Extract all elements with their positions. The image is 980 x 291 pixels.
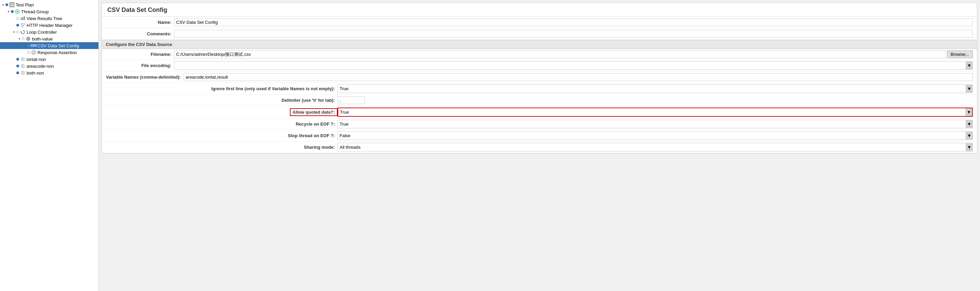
icon-csv-data-set-config: CSV: [31, 43, 37, 48]
svg-point-13: [32, 51, 36, 54]
sharing-mode-label: Sharing mode:: [106, 145, 337, 150]
expand-btn-http-header-manager: [12, 24, 16, 27]
sidebar: ▼Test Plan▼Thread GroupView Results Tree…: [0, 0, 99, 291]
recycle-eof-label: Recycle on EOF ?:: [106, 122, 337, 127]
node-dot-both-non: [16, 71, 19, 74]
label-http-header-manager: HTTP Header Manager: [27, 23, 73, 28]
variable-names-row: Variable Names (comma-delimited):: [102, 71, 977, 83]
label-view-results-tree: View Results Tree: [27, 16, 62, 21]
expand-btn-both-value[interactable]: ▼: [18, 37, 21, 41]
svg-marker-11: [21, 31, 22, 32]
comments-input[interactable]: [174, 30, 973, 38]
name-label: Name:: [106, 20, 174, 25]
svg-line-15: [34, 52, 35, 54]
delimiter-label: Delimiter (use '\t' for tab):: [106, 98, 337, 103]
stop-thread-arrow[interactable]: ▼: [966, 132, 972, 139]
comments-label: Comments:: [106, 31, 174, 36]
panel-title: CSV Data Set Config: [102, 3, 977, 17]
svg-point-5: [17, 11, 18, 12]
ignore-first-line-value: True: [338, 85, 966, 92]
icon-http-header-manager: [20, 22, 25, 28]
sidebar-item-response-assertion[interactable]: Response Assertion: [0, 49, 99, 56]
sharing-mode-arrow[interactable]: ▼: [966, 143, 972, 151]
expand-btn-test-plan[interactable]: ▼: [2, 3, 5, 6]
ignore-first-line-select[interactable]: True ▼: [337, 84, 973, 93]
expand-btn-both-non: [12, 71, 16, 74]
svg-point-12: [27, 37, 30, 41]
browse-button[interactable]: Browse...: [947, 51, 973, 58]
variable-names-input[interactable]: [184, 73, 973, 81]
sidebar-item-view-results-tree[interactable]: View Results Tree: [0, 15, 99, 22]
name-input[interactable]: [174, 18, 973, 26]
file-encoding-label: File encoding:: [106, 63, 174, 68]
sidebar-item-http-header-manager[interactable]: HTTP Header Manager: [0, 22, 99, 28]
sidebar-item-loop-controller[interactable]: ▼Loop Controller: [0, 28, 99, 35]
allow-quoted-row: Allow quoted data?: True ▼: [102, 106, 977, 119]
svg-rect-8: [24, 16, 25, 20]
expand-btn-csv-data-set-config: [23, 44, 27, 47]
sidebar-item-test-plan[interactable]: ▼Test Plan: [0, 2, 99, 8]
expand-btn-loop-controller[interactable]: ▼: [12, 30, 16, 34]
svg-rect-6: [21, 18, 22, 20]
name-row: Name:: [102, 17, 977, 28]
node-dot-thread-group: [11, 10, 14, 13]
recycle-eof-value: True: [338, 120, 966, 128]
sidebar-item-areacode-non[interactable]: areacode-non: [0, 63, 99, 70]
allow-quoted-arrow[interactable]: ▼: [965, 108, 972, 116]
label-thread-group: Thread Group: [21, 9, 49, 14]
file-encoding-value: [174, 65, 966, 67]
recycle-eof-select[interactable]: True ▼: [337, 120, 973, 128]
sharing-mode-row: Sharing mode: All threads ▼: [102, 142, 977, 153]
icon-both-non: [20, 70, 25, 76]
file-encoding-select[interactable]: ▼: [174, 61, 973, 70]
label-both-value: both-value: [32, 36, 53, 41]
ignore-first-line-row: Ignore first line (only used if Variable…: [102, 83, 977, 95]
node-dot-both-value: [22, 38, 24, 40]
allow-quoted-value: True: [338, 109, 965, 116]
stop-thread-row: Stop thread on EOF ?: False ▼: [102, 130, 977, 142]
main-panel: CSV Data Set Config Name: Comments: Conf…: [99, 0, 980, 291]
icon-view-results-tree: [20, 16, 25, 21]
expand-btn-response-assertion: [23, 51, 27, 54]
label-loop-controller: Loop Controller: [27, 30, 57, 35]
filename-row: Filename: Browse...: [102, 49, 977, 60]
node-dot-test-plan: [5, 3, 8, 6]
delimiter-input[interactable]: [337, 96, 365, 104]
recycle-eof-arrow[interactable]: ▼: [966, 120, 972, 128]
icon-loop-controller: [20, 29, 25, 35]
stop-thread-label: Stop thread on EOF ?:: [106, 133, 337, 138]
allow-quoted-value-wrapper: True ▼: [337, 108, 973, 117]
node-dot-csv-data-set-config: [27, 44, 30, 47]
stop-thread-select[interactable]: False ▼: [337, 131, 973, 140]
expand-btn-lonlat-non: [12, 57, 16, 61]
ignore-first-line-arrow[interactable]: ▼: [966, 85, 972, 93]
label-response-assertion: Response Assertion: [37, 50, 77, 55]
node-dot-view-results-tree: [16, 17, 19, 20]
sidebar-item-csv-data-set-config[interactable]: CSVCSV Data Set Config: [0, 42, 99, 49]
expand-btn-view-results-tree: [12, 17, 16, 20]
filename-input[interactable]: [174, 51, 946, 58]
sidebar-item-both-non[interactable]: both-non: [0, 70, 99, 76]
file-encoding-arrow[interactable]: ▼: [966, 62, 972, 70]
variable-names-label: Variable Names (comma-delimited):: [106, 74, 184, 80]
node-dot-loop-controller: [16, 31, 19, 33]
node-dot-areacode-non: [16, 65, 19, 67]
config-panel: CSV Data Set Config Name: Comments: Conf…: [102, 3, 977, 153]
icon-thread-group: [15, 9, 20, 14]
expand-btn-areacode-non: [12, 64, 16, 68]
allow-quoted-label: Allow quoted data?:: [290, 108, 337, 116]
label-test-plan: Test Plan: [16, 2, 34, 8]
sidebar-item-thread-group[interactable]: ▼Thread Group: [0, 8, 99, 15]
stop-thread-value: False: [338, 132, 966, 139]
icon-response-assertion: [31, 50, 37, 55]
icon-lonlat-non: [20, 57, 25, 62]
label-csv-data-set-config: CSV Data Set Config: [37, 43, 79, 48]
expand-btn-thread-group[interactable]: ▼: [7, 10, 10, 13]
icon-test-plan: [9, 2, 15, 8]
delimiter-row: Delimiter (use '\t' for tab):: [102, 95, 977, 106]
sidebar-item-lonlat-non[interactable]: lonlat-non: [0, 56, 99, 63]
sidebar-item-both-value[interactable]: ▼both-value: [0, 35, 99, 42]
filename-label: Filename:: [106, 52, 174, 57]
sharing-mode-select[interactable]: All threads ▼: [337, 143, 973, 152]
label-both-non: both-non: [27, 70, 44, 76]
